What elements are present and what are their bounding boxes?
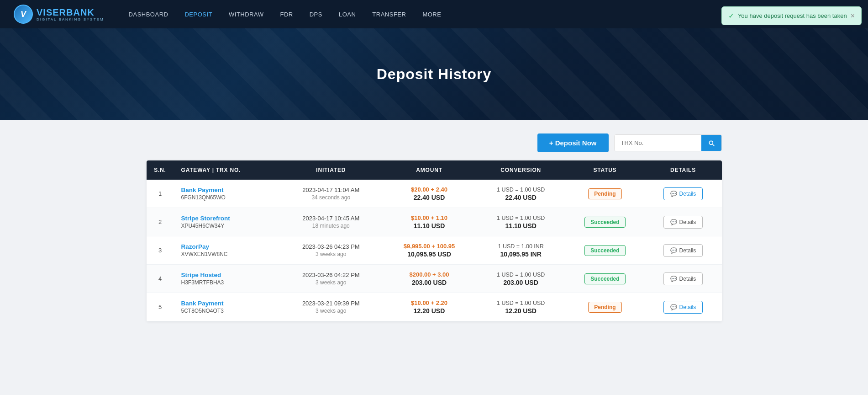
details-button[interactable]: 💬 Details <box>663 272 703 285</box>
gateway-name[interactable]: Stripe Storefront <box>181 215 273 222</box>
cell-status: Pending <box>565 180 644 208</box>
date-primary: 2023-04-17 10:45 AM <box>287 215 375 222</box>
table-row: 3 RazorPay XVWXEN1VW8NC 2023-03-26 04:23… <box>147 236 722 265</box>
cell-initiated: 2023-03-21 09:39 PM 3 weeks ago <box>279 293 382 321</box>
cell-initiated: 2023-03-26 04:22 PM 3 weeks ago <box>279 265 382 293</box>
cell-gateway: RazorPay XVWXEN1VW8NC <box>174 236 280 265</box>
cell-conversion: 1 USD = 1.00 USD 11.10 USD <box>476 208 566 236</box>
details-button[interactable]: 💬 Details <box>663 301 703 314</box>
cell-gateway: Bank Payment 6FGN13QN65WO <box>174 180 280 208</box>
details-icon: 💬 <box>670 276 677 282</box>
search-box <box>614 134 722 151</box>
details-icon: 💬 <box>670 304 677 310</box>
cell-initiated: 2023-03-26 04:23 PM 3 weeks ago <box>279 236 382 265</box>
table-header-row: S.N. GATEWAY | TRX NO. INITIATED AMOUNT … <box>147 160 722 180</box>
cell-amount: $200.00 + 3.00 203.00 USD <box>382 265 476 293</box>
toast-close-button[interactable]: × <box>851 12 855 20</box>
cell-amount: $9,995.00 + 100.95 10,095.95 USD <box>382 236 476 265</box>
cell-gateway: Bank Payment 5CT8O5NO4OT3 <box>174 293 280 321</box>
details-icon: 💬 <box>670 247 677 254</box>
gateway-name[interactable]: Bank Payment <box>181 187 273 193</box>
status-badge: Succeeded <box>584 273 625 284</box>
nav-withdraw[interactable]: WITHDRAW <box>222 7 270 21</box>
amount-main: $10.00 + 1.10 <box>389 214 469 221</box>
toast-message: You have deposit request has been taken <box>738 12 847 19</box>
brand-logo-letter: V <box>21 10 26 19</box>
nav-dashboard[interactable]: DASHBOARD <box>122 7 175 21</box>
check-icon: ✓ <box>728 11 734 20</box>
amount-main: $200.00 + 3.00 <box>389 271 469 278</box>
table-row: 1 Bank Payment 6FGN13QN65WO 2023-04-17 1… <box>147 180 722 208</box>
col-conversion: CONVERSION <box>476 160 566 180</box>
search-icon <box>708 139 715 147</box>
status-badge: Succeeded <box>584 245 625 256</box>
cell-sn: 5 <box>147 293 174 321</box>
details-button[interactable]: 💬 Details <box>663 187 703 200</box>
nav-deposit[interactable]: DEPOSIT <box>178 7 219 21</box>
amount-main: $20.00 + 2.40 <box>389 186 469 193</box>
cell-details: 💬 Details <box>644 236 721 265</box>
status-badge: Pending <box>588 188 621 199</box>
conversion-amount: 11.10 USD <box>484 222 558 230</box>
nav-loan[interactable]: LOAN <box>332 7 362 21</box>
cell-initiated: 2023-04-17 10:45 AM 18 minutes ago <box>279 208 382 236</box>
brand-text: VISERBANK DIGITAL BANKING SYSTEM <box>37 7 104 21</box>
toast-notification: ✓ You have deposit request has been take… <box>721 6 862 25</box>
search-input[interactable] <box>615 135 701 151</box>
table-row: 5 Bank Payment 5CT8O5NO4OT3 2023-03-21 0… <box>147 293 722 321</box>
gateway-name[interactable]: Stripe Hosted <box>181 272 273 278</box>
gateway-name[interactable]: RazorPay <box>181 243 273 250</box>
cell-sn: 1 <box>147 180 174 208</box>
conversion-amount: 10,095.95 INR <box>484 251 558 258</box>
details-icon: 💬 <box>670 191 677 197</box>
trx-id: XVWXEN1VW8NC <box>181 251 273 257</box>
status-badge: Succeeded <box>584 217 625 228</box>
deposit-table: S.N. GATEWAY | TRX NO. INITIATED AMOUNT … <box>147 160 722 321</box>
nav-transfer[interactable]: TRANSFER <box>366 7 412 21</box>
cell-sn: 2 <box>147 208 174 236</box>
col-sn: S.N. <box>147 160 174 180</box>
trx-id: 6FGN13QN65WO <box>181 194 273 201</box>
date-primary: 2023-03-21 09:39 PM <box>287 300 375 307</box>
gateway-name[interactable]: Bank Payment <box>181 300 273 307</box>
conversion-rate: 1 USD = 1.00 USD <box>484 300 558 306</box>
search-button[interactable] <box>701 135 721 151</box>
cell-details: 💬 Details <box>644 265 721 293</box>
col-initiated: INITIATED <box>279 160 382 180</box>
main-content: + Deposit Now S.N. GATEWAY | TRX NO. INI… <box>137 120 731 349</box>
details-button[interactable]: 💬 Details <box>663 244 703 257</box>
cell-sn: 4 <box>147 265 174 293</box>
cell-conversion: 1 USD = 1.00 USD 203.00 USD <box>476 265 566 293</box>
brand-subtitle: DIGITAL BANKING SYSTEM <box>37 17 104 21</box>
table-row: 4 Stripe Hosted H3F3MRTFBHA3 2023-03-26 … <box>147 265 722 293</box>
conversion-rate: 1 USD = 1.00 USD <box>484 187 558 193</box>
cell-status: Succeeded <box>565 208 644 236</box>
toolbar: + Deposit Now <box>147 133 722 152</box>
nav-more[interactable]: MORE <box>416 7 447 21</box>
nav-dps[interactable]: DPS <box>303 7 329 21</box>
cell-amount: $10.00 + 1.10 11.10 USD <box>382 208 476 236</box>
amount-main: $9,995.00 + 100.95 <box>389 243 469 250</box>
date-ago: 3 weeks ago <box>287 308 375 314</box>
deposit-now-button[interactable]: + Deposit Now <box>537 133 609 152</box>
trx-id: XPU45H6CW34Y <box>181 223 273 229</box>
amount-main: $10.00 + 2.20 <box>389 299 469 306</box>
cell-conversion: 1 USD = 1.00 USD 22.40 USD <box>476 180 566 208</box>
hero-banner: Deposit History <box>0 28 868 120</box>
date-primary: 2023-04-17 11:04 AM <box>287 187 375 193</box>
cell-status: Pending <box>565 293 644 321</box>
nav-fdr[interactable]: FDR <box>274 7 299 21</box>
col-amount: AMOUNT <box>382 160 476 180</box>
conversion-rate: 1 USD = 1.00 USD <box>484 272 558 278</box>
cell-gateway: Stripe Storefront XPU45H6CW34Y <box>174 208 280 236</box>
brand-name: VISERBANK <box>37 7 104 17</box>
amount-total: 10,095.95 USD <box>389 251 469 258</box>
details-button[interactable]: 💬 Details <box>663 216 703 229</box>
cell-sn: 3 <box>147 236 174 265</box>
conversion-amount: 12.20 USD <box>484 307 558 315</box>
date-ago: 3 weeks ago <box>287 251 375 257</box>
date-ago: 3 weeks ago <box>287 279 375 286</box>
amount-total: 11.10 USD <box>389 222 469 230</box>
brand-logo[interactable]: V VISERBANK DIGITAL BANKING SYSTEM <box>14 5 104 24</box>
cell-amount: $10.00 + 2.20 12.20 USD <box>382 293 476 321</box>
